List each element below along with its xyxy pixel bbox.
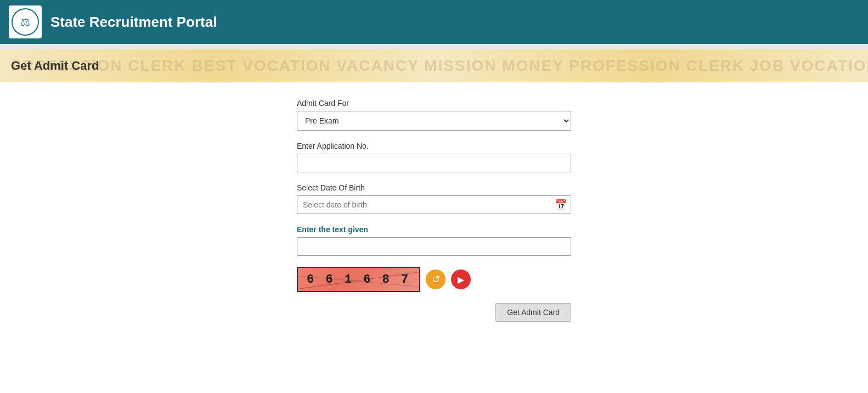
captcha-label: Enter the text given [297, 225, 571, 234]
refresh-icon: ↺ [432, 273, 440, 285]
main-content: Admit Card For Pre Exam Main Exam Enter … [0, 82, 868, 338]
captcha-input[interactable] [297, 237, 571, 256]
form-container: Admit Card For Pre Exam Main Exam Enter … [297, 99, 571, 322]
captcha-row: 6 6 1 6 8 7 ↺ ▶ [297, 267, 571, 292]
application-no-label: Enter Application No. [297, 142, 571, 150]
page-title: Get Admit Card [11, 59, 99, 73]
audio-captcha-button[interactable]: ▶ [451, 270, 471, 289]
audio-icon: ▶ [458, 274, 464, 285]
header-title: State Recruitment Portal [50, 14, 217, 31]
dob-input-wrapper: 📅 [297, 195, 571, 214]
dob-group: Select Date Of Birth 📅 [297, 183, 571, 214]
logo-emblem: ⚖ [12, 8, 39, 36]
header: ⚖ State Recruitment Portal [0, 0, 868, 44]
captcha-image: 6 6 1 6 8 7 [297, 267, 420, 292]
refresh-captcha-button[interactable]: ↺ [426, 270, 446, 289]
application-no-group: Enter Application No. [297, 142, 571, 172]
dob-label: Select Date Of Birth [297, 183, 571, 192]
banner-background-text: PROFESSION CLERK BEST VOCATION VACANCY M… [0, 49, 868, 82]
captcha-text: 6 6 1 6 8 7 [307, 273, 410, 287]
application-no-input[interactable] [297, 154, 571, 172]
header-logo: ⚖ [9, 5, 42, 38]
dob-input[interactable] [297, 195, 571, 214]
captcha-text-group: Enter the text given [297, 225, 571, 256]
submit-row: Get Admit Card [297, 303, 571, 322]
admit-card-for-label: Admit Card For [297, 99, 571, 108]
get-admit-card-button[interactable]: Get Admit Card [495, 303, 571, 322]
gray-divider [0, 44, 868, 49]
admit-card-for-select[interactable]: Pre Exam Main Exam [297, 111, 571, 131]
page-banner: PROFESSION CLERK BEST VOCATION VACANCY M… [0, 49, 868, 82]
admit-card-for-group: Admit Card For Pre Exam Main Exam [297, 99, 571, 131]
